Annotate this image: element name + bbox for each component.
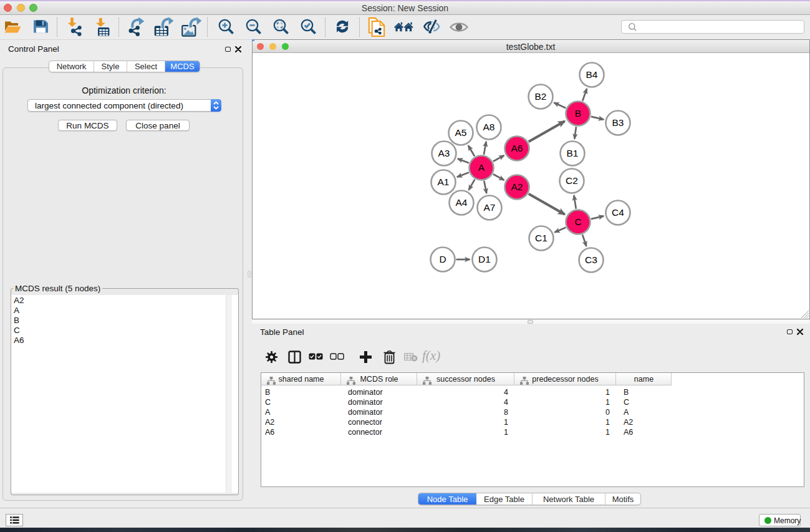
svg-text:C3: C3	[585, 254, 597, 265]
svg-text:B: B	[575, 108, 581, 118]
svg-text:C: C	[574, 216, 581, 227]
svg-text:A5: A5	[455, 127, 467, 138]
svg-text:A8: A8	[483, 122, 495, 132]
svg-text:B1: B1	[567, 148, 579, 158]
svg-text:C2: C2	[566, 175, 578, 186]
svg-text:A2: A2	[511, 181, 523, 192]
svg-text:B3: B3	[612, 117, 624, 128]
svg-text:D: D	[439, 254, 446, 264]
svg-text:C1: C1	[535, 233, 547, 243]
svg-text:A1: A1	[438, 177, 450, 187]
svg-text:B2: B2	[535, 91, 547, 102]
svg-text:D1: D1	[478, 254, 491, 264]
svg-text:B4: B4	[586, 69, 598, 80]
svg-text:A6: A6	[511, 143, 523, 153]
svg-text:A4: A4	[456, 197, 468, 208]
svg-text:A7: A7	[484, 202, 496, 213]
svg-text:A3: A3	[438, 148, 450, 158]
svg-text:A: A	[478, 162, 485, 173]
svg-text:C4: C4	[612, 207, 624, 218]
